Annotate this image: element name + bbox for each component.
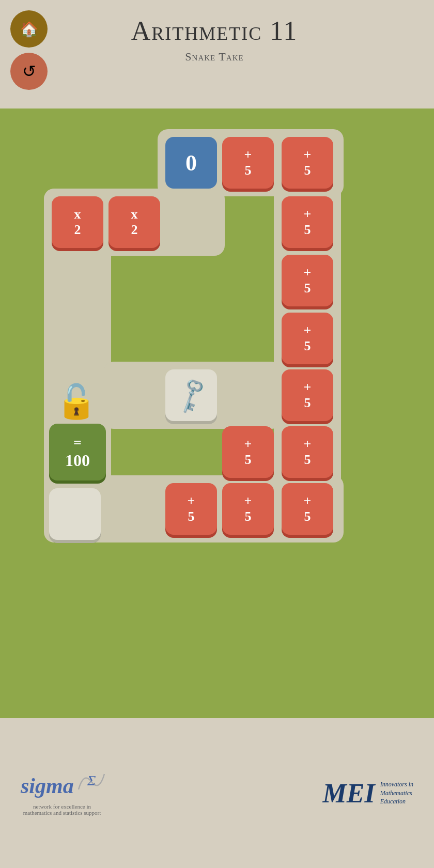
key-icon: 🗝️: [169, 373, 214, 417]
op-symbol-6: +: [304, 380, 312, 395]
page-subtitle: Snake Take: [185, 50, 243, 64]
reset-icon: ↺: [22, 61, 36, 81]
op-symbol-12: x: [74, 207, 81, 222]
tile-plus5-5[interactable]: + 5: [282, 313, 333, 364]
tile-plus5-1[interactable]: + 5: [222, 137, 274, 189]
home-button[interactable]: 🏠: [10, 10, 48, 48]
tile-times2-1[interactable]: x 2: [52, 196, 103, 248]
op-value-11: 5: [304, 509, 311, 524]
game-area: 0 + 5 + 5 + 5 + 5 + 5 + 5 + 5 + 5 + 5 + …: [0, 109, 434, 718]
op-value-12: 2: [74, 222, 81, 238]
tile-plus5-10[interactable]: + 5: [222, 483, 274, 535]
sigma-wave-icon: Σ: [76, 769, 107, 795]
page-title: Arithmetic 11: [131, 16, 298, 46]
op-symbol-3: +: [304, 207, 312, 222]
footer: sigma Σ network for excellence in mathem…: [0, 718, 434, 868]
header-buttons: 🏠 ↺: [10, 10, 48, 90]
start-value: 0: [185, 150, 197, 176]
mei-logo: MEI Innovators in Mathematics Education: [323, 778, 414, 809]
tile-plus5-8[interactable]: + 5: [222, 426, 274, 478]
op-symbol-11: +: [304, 493, 312, 509]
result-tile: = 100: [49, 424, 106, 481]
start-tile[interactable]: 0: [165, 137, 217, 189]
tile-plus5-6[interactable]: + 5: [282, 369, 333, 421]
op-value-6: 5: [304, 395, 311, 411]
home-icon: 🏠: [20, 21, 38, 38]
op-symbol-5: +: [304, 323, 312, 338]
op-symbol-9: +: [188, 493, 195, 509]
key-cell[interactable]: 🗝️: [165, 369, 217, 421]
op-symbol-1: +: [244, 147, 252, 163]
op-value-4: 5: [304, 281, 311, 296]
svg-text:Σ: Σ: [86, 772, 96, 788]
tile-plus5-2[interactable]: + 5: [282, 137, 333, 189]
tile-times2-2[interactable]: x 2: [109, 196, 160, 248]
reset-button[interactable]: ↺: [10, 53, 48, 90]
op-value-3: 5: [304, 222, 311, 238]
header: 🏠 ↺ Arithmetic 11 Snake Take: [0, 0, 434, 109]
tile-plus5-7[interactable]: + 5: [282, 426, 333, 478]
op-value-2: 5: [304, 163, 311, 178]
mei-description: Innovators in Mathematics Education: [380, 780, 413, 806]
op-symbol-2: +: [304, 147, 312, 163]
op-value-5: 5: [304, 338, 311, 354]
op-value-1: 5: [245, 163, 252, 178]
tile-plus5-11[interactable]: + 5: [282, 483, 333, 535]
result-equals: =: [73, 435, 82, 451]
result-value: 100: [65, 451, 90, 470]
op-symbol-10: +: [244, 493, 252, 509]
tile-plus5-4[interactable]: + 5: [282, 255, 333, 306]
op-value-8: 5: [245, 452, 252, 468]
op-symbol-4: +: [304, 265, 312, 281]
op-symbol-13: x: [131, 207, 138, 222]
op-value-13: 2: [131, 222, 138, 238]
op-value-10: 5: [245, 509, 252, 524]
op-value-9: 5: [188, 509, 195, 524]
empty-answer-cell[interactable]: [49, 488, 101, 540]
op-value-7: 5: [304, 452, 311, 468]
sigma-name: sigma: [21, 773, 74, 798]
tile-plus5-3[interactable]: + 5: [282, 196, 333, 248]
op-symbol-7: +: [304, 437, 312, 452]
sigma-logo: sigma Σ network for excellence in mathem…: [21, 771, 107, 816]
sigma-tagline: network for excellence in mathematics an…: [21, 803, 103, 816]
mei-abbreviation: MEI: [323, 778, 375, 809]
lock-icon: 🔓: [56, 382, 97, 421]
tile-plus5-9[interactable]: + 5: [165, 483, 217, 535]
op-symbol-8: +: [244, 437, 252, 452]
